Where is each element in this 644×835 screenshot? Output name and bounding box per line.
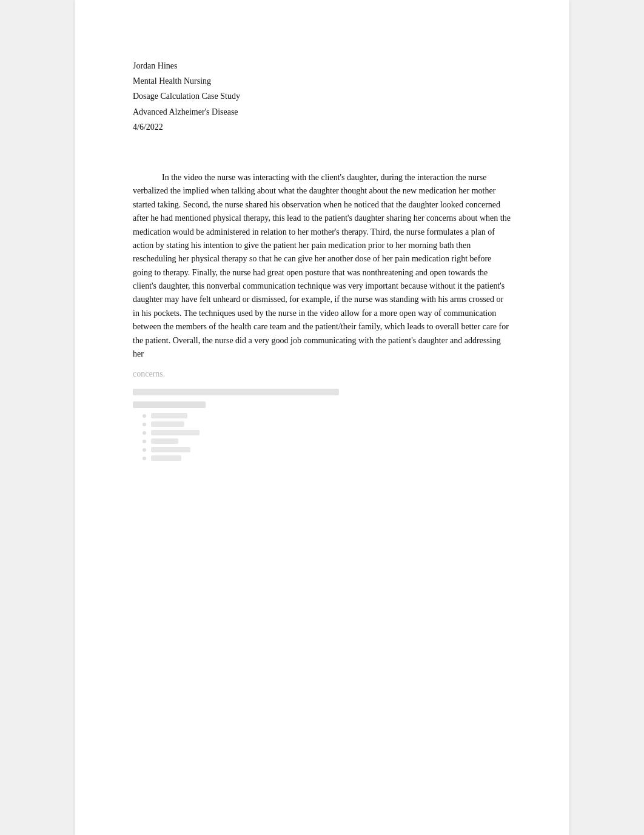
redacted-item-text-5: [151, 447, 190, 452]
redacted-bullet-6: [143, 457, 146, 460]
redacted-header-bar: [133, 401, 206, 408]
redacted-title-bar: [133, 389, 339, 395]
redacted-item-text-1: [151, 413, 187, 418]
redacted-list-item: [133, 430, 511, 435]
date: 4/6/2022: [133, 119, 511, 135]
main-paragraph: In the video the nurse was interacting w…: [133, 171, 511, 361]
topic-title: Advanced Alzheimer's Disease: [133, 104, 511, 119]
body-content: In the video the nurse was interacting w…: [133, 171, 511, 361]
redacted-item-text-4: [151, 438, 178, 444]
redacted-list-item: [133, 455, 511, 461]
author-name: Jordan Hines: [133, 58, 511, 73]
redacted-bullet-4: [143, 440, 146, 443]
assignment-title: Dosage Calculation Case Study: [133, 89, 511, 104]
redacted-section: concerns.: [133, 369, 511, 461]
redacted-bullet-5: [143, 448, 146, 452]
redacted-list-item: [133, 413, 511, 418]
redacted-bullet-3: [143, 431, 146, 435]
redacted-list-item: [133, 447, 511, 452]
concerns-word: concerns.: [133, 369, 511, 379]
redacted-bullet-1: [143, 414, 146, 418]
header-block: Jordan Hines Mental Health Nursing Dosag…: [133, 58, 511, 135]
redacted-list-item: [133, 438, 511, 444]
document-page: Jordan Hines Mental Health Nursing Dosag…: [75, 0, 569, 835]
redacted-bullet-2: [143, 423, 146, 426]
redacted-item-text-2: [151, 421, 184, 427]
course-name: Mental Health Nursing: [133, 73, 511, 89]
redacted-item-text-3: [151, 430, 200, 435]
redacted-list-item: [133, 421, 511, 427]
redacted-item-text-6: [151, 455, 181, 461]
